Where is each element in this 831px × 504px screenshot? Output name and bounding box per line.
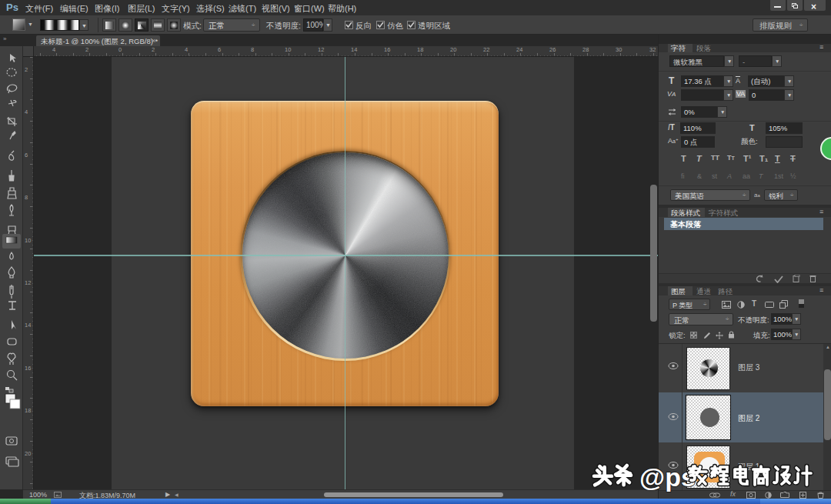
svg-text:@ps: @ps xyxy=(639,462,696,492)
